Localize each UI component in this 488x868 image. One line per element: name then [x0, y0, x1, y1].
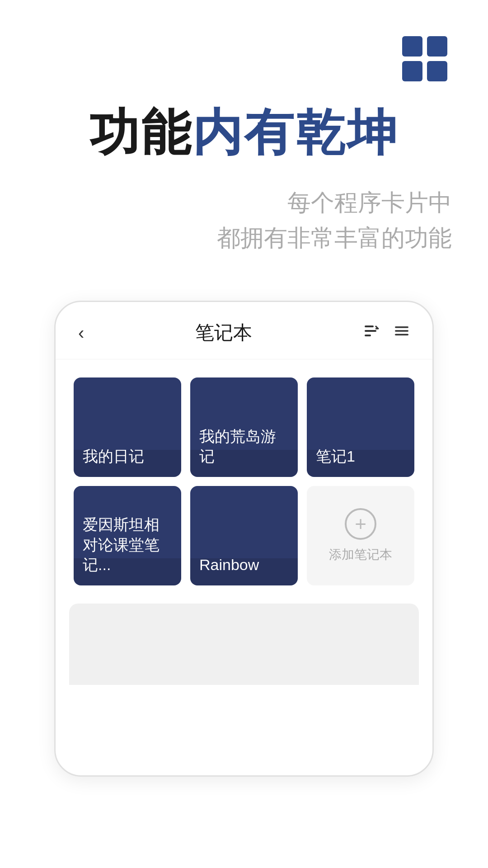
sort-icon[interactable]: [363, 322, 380, 344]
menu-icon[interactable]: [394, 323, 410, 343]
grid-cell-3: [402, 61, 422, 81]
subtitle-line1: 每个程序卡片中: [36, 185, 452, 220]
add-notebook-button[interactable]: + 添加笔记本: [307, 486, 414, 585]
svg-rect-1: [365, 330, 376, 332]
notebook-label-5: Rainbow: [199, 555, 259, 575]
phone-mockup-wrapper: ‹ 笔记本: [0, 301, 488, 777]
phone-bottom-area: [69, 604, 419, 685]
svg-rect-3: [395, 326, 408, 328]
grid-cell-1: [402, 36, 422, 57]
notebook-card-4[interactable]: 爱因斯坦相对论课堂笔记...: [74, 486, 181, 585]
headline-part2: 内有乾坤: [192, 99, 399, 167]
headline-part1: 功能: [89, 99, 192, 167]
headline-row: 功能 内有乾坤: [27, 99, 461, 167]
notebook-label-2: 我的荒岛游记: [199, 426, 289, 466]
logo-area: [0, 0, 488, 81]
svg-rect-4: [395, 330, 408, 332]
notebook-label-4: 爱因斯坦相对论课堂笔记...: [83, 514, 172, 575]
back-button[interactable]: ‹: [78, 323, 84, 343]
svg-rect-0: [365, 326, 374, 327]
notebook-card-2[interactable]: 我的荒岛游记: [190, 377, 298, 477]
subtitle-area: 每个程序卡片中 都拥有非常丰富的功能: [0, 185, 488, 255]
page: 功能 内有乾坤 每个程序卡片中 都拥有非常丰富的功能 ‹ 笔记本: [0, 0, 488, 868]
app-logo-icon: [402, 36, 447, 81]
notebook-card-3[interactable]: 笔记1: [307, 377, 414, 477]
notebook-label-1: 我的日记: [83, 446, 144, 466]
app-title: 笔记本: [195, 320, 252, 345]
notebook-card-1[interactable]: 我的日记: [74, 377, 181, 477]
app-header: ‹ 笔记本: [56, 302, 432, 359]
header-icons: [363, 322, 410, 344]
headline-area: 功能 内有乾坤: [0, 99, 488, 167]
grid-cell-2: [427, 36, 447, 57]
add-notebook-label: 添加笔记本: [329, 546, 392, 563]
notebook-label-3: 笔记1: [316, 446, 355, 466]
notebook-card-5[interactable]: Rainbow: [190, 486, 298, 585]
phone-mockup: ‹ 笔记本: [54, 301, 434, 777]
subtitle-line2: 都拥有非常丰富的功能: [36, 220, 452, 255]
notebook-grid: 我的日记 我的荒岛游记 笔记1 爱因斯坦相对论课堂笔记... Rainbow: [56, 359, 432, 604]
add-circle-icon: +: [345, 508, 376, 540]
svg-rect-5: [395, 334, 408, 335]
svg-rect-2: [365, 335, 371, 336]
grid-cell-4: [427, 61, 447, 81]
